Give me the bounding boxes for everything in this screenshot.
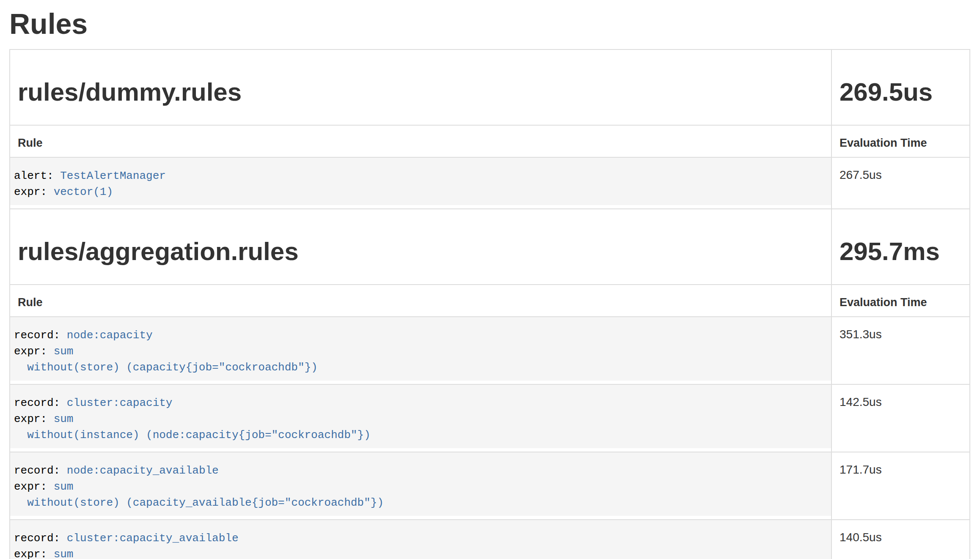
rule-eval-time-cell: 142.5us [831,384,970,452]
rule-group-total-eval-time: 269.5us [840,78,933,106]
rule-group-total-time-cell: 295.7ms [831,209,970,285]
rule-cell: record: node:capacity_available expr: su… [10,452,831,520]
rule-expression-link[interactable]: node:capacity_available [67,464,219,477]
rule-keyword: record: [14,329,67,342]
rule-group-file-cell: rules/aggregation.rules [10,209,831,285]
rule-expression-link[interactable]: cluster:capacity_available [67,532,239,545]
rule-code: record: node:capacity_available expr: su… [10,452,831,516]
rule-expression-link[interactable]: sum [54,480,74,493]
rule-cell: record: cluster:capacity_available expr:… [10,520,831,559]
page-container: Rules rules/dummy.rules269.5usRuleEvalua… [0,9,980,559]
column-header-rule: Rule [10,125,831,157]
rule-row: record: cluster:capacity expr: sum witho… [10,384,970,452]
column-header-row: RuleEvaluation Time [10,285,970,317]
rule-expression-link[interactable]: cluster:capacity [67,397,173,409]
rule-code: record: cluster:capacity expr: sum witho… [10,385,831,448]
column-header-rule: Rule [10,285,831,317]
rule-code: record: cluster:capacity_available expr:… [10,520,831,559]
rule-group-header-row: rules/aggregation.rules295.7ms [10,209,970,285]
rule-keyword: expr: [14,413,54,425]
rule-eval-time-cell: 171.7us [831,452,970,520]
rule-row: alert: TestAlertManager expr: vector(1)2… [10,157,970,209]
rule-expression-link[interactable]: vector(1) [54,186,113,198]
rule-expression-link[interactable]: sum [54,413,74,425]
rule-expression-link[interactable]: without(store) (capacity_available{job="… [14,496,384,509]
rule-code: alert: TestAlertManager expr: vector(1) [10,158,831,205]
rule-keyword: expr: [14,345,54,358]
rule-group-file-name: rules/aggregation.rules [18,237,299,266]
rules-table-body: rules/dummy.rules269.5usRuleEvaluation T… [10,49,970,559]
rule-cell: record: cluster:capacity expr: sum witho… [10,384,831,452]
rule-eval-time-value: 351.3us [840,328,882,341]
rule-eval-time-cell: 351.3us [831,317,970,384]
rule-cell: alert: TestAlertManager expr: vector(1) [10,157,831,209]
rules-table: rules/dummy.rules269.5usRuleEvaluation T… [9,49,970,559]
rule-group-header-row: rules/dummy.rules269.5us [10,49,970,125]
rule-keyword: expr: [14,480,54,493]
rule-eval-time-value: 171.7us [840,463,882,476]
rule-group-file-cell: rules/dummy.rules [10,49,831,125]
rule-expression-link[interactable]: sum [54,548,74,559]
page-title: Rules [9,9,969,38]
rule-group-file-name: rules/dummy.rules [18,78,242,106]
rule-expression-link[interactable]: without(instance) (node:capacity{job="co… [14,429,371,441]
column-header-eval-time: Evaluation Time [831,285,970,317]
rule-row: record: cluster:capacity_available expr:… [10,520,970,559]
rule-group-total-eval-time: 295.7ms [840,237,940,266]
column-header-row: RuleEvaluation Time [10,125,970,157]
rule-eval-time-value: 267.5us [840,168,882,181]
rule-keyword: record: [14,532,67,545]
rule-keyword: alert: [14,170,60,182]
rule-row: record: node:capacity expr: sum without(… [10,317,970,384]
rule-keyword: expr: [14,548,54,559]
rule-keyword: record: [14,464,67,477]
rule-eval-time-cell: 140.5us [831,520,970,559]
rule-keyword: expr: [14,186,54,198]
rule-expression-link[interactable]: sum [54,345,74,358]
rule-keyword: record: [14,397,67,409]
rule-expression-link[interactable]: TestAlertManager [60,170,166,182]
rule-group-total-time-cell: 269.5us [831,49,970,125]
column-header-eval-time: Evaluation Time [831,125,970,157]
rule-row: record: node:capacity_available expr: su… [10,452,970,520]
rule-eval-time-value: 142.5us [840,395,882,408]
rule-eval-time-cell: 267.5us [831,157,970,209]
rule-expression-link[interactable]: node:capacity [67,329,153,342]
rule-code: record: node:capacity expr: sum without(… [10,317,831,381]
rule-eval-time-value: 140.5us [840,531,882,544]
rule-expression-link[interactable]: without(store) (capacity{job="cockroachd… [14,361,318,374]
rule-cell: record: node:capacity expr: sum without(… [10,317,831,384]
